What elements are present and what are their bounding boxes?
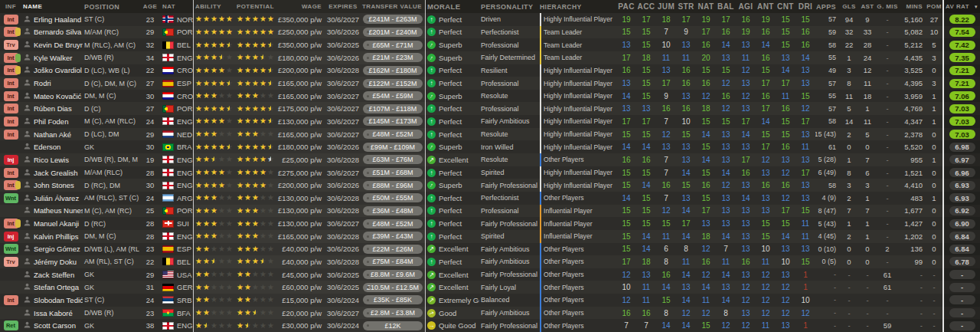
player-row[interactable]: IntBernardo SilvaM/AM (RC)29POR★★★★★★★★★… xyxy=(0,26,980,39)
transfer-value-pill[interactable]: £50M - £55M xyxy=(363,193,423,202)
player-name-cell[interactable]: Rico Lewis xyxy=(21,153,83,166)
transfer-value-pill[interactable]: £65M - £71M xyxy=(363,41,423,50)
column-header-mins[interactable]: MINS xyxy=(898,0,926,13)
transfer-value-pill[interactable]: £201M - £240M xyxy=(363,28,423,37)
column-header-name[interactable]: NAME xyxy=(21,0,83,13)
column-header-attr4[interactable]: NAT xyxy=(696,0,716,13)
column-header-gls[interactable]: GLS xyxy=(840,0,858,13)
player-row[interactable]: IntJohn StonesD (RC), DM30ENG★★★★★★★★★★★… xyxy=(0,179,980,192)
player-name-cell[interactable]: Kyle Walker xyxy=(21,51,83,64)
player-name-cell[interactable]: Stefan Ortega xyxy=(21,281,83,294)
transfer-value-pill[interactable]: £107M - £118M xyxy=(363,104,423,113)
column-header-attr8[interactable]: CNT xyxy=(776,0,795,13)
player-row[interactable]: IntErling HaalandST (C)23NOR★★★★★★★★★★★★… xyxy=(0,13,980,26)
player-row[interactable]: IntNathan AkéD (LC), DM29NED★★★★★★★★★★★★… xyxy=(0,128,980,141)
column-header-attr0[interactable]: PAC xyxy=(616,0,636,13)
column-header-exp[interactable]: EXPIRES xyxy=(325,0,361,13)
column-header-morale[interactable]: MORALE xyxy=(425,0,479,13)
sort-descending-icon[interactable]: ▼ xyxy=(974,5,978,9)
column-header-apps[interactable]: APPS xyxy=(815,0,840,13)
player-name-cell[interactable]: Rodri xyxy=(21,77,83,90)
column-header-attr6[interactable]: AGI xyxy=(736,0,756,13)
player-row[interactable]: WntJulián ÁlvarezAM (RLC), ST (C)24ARG★★… xyxy=(0,192,980,205)
player-row[interactable]: WntSergio GómezD/WB (L), AM (RL)23ESP★★★… xyxy=(0,243,980,256)
player-name-cell[interactable]: Rúben Dias xyxy=(21,102,83,115)
transfer-value-pill[interactable]: £8.8M - £9.6M xyxy=(363,270,423,279)
player-row[interactable]: IntKyle WalkerD/WB (R)34ENG★★★★★★★★★★★★★… xyxy=(0,51,980,64)
transfer-value-pill[interactable]: £145M - £173M xyxy=(363,117,423,126)
transfer-value-pill[interactable]: £21M - £23M xyxy=(363,53,423,62)
column-header-gmis[interactable]: G. MIS xyxy=(877,0,898,13)
player-row[interactable]: Issa KaboréD/WB (R)23BFA★★★★★★★★★★★★★★★£… xyxy=(0,307,980,320)
transfer-value-pill[interactable]: £63M - £76M xyxy=(363,155,423,164)
column-header-attr1[interactable]: ACC xyxy=(636,0,656,13)
transfer-value-pill[interactable]: £12K xyxy=(363,321,423,330)
player-row[interactable]: IntRúben DiasD (C)27POR★★★★★★★★★★★★★★★★★… xyxy=(0,102,980,115)
column-header-abil[interactable]: ABILITY xyxy=(193,0,235,13)
player-row[interactable]: Zack SteffenGK29USA★★★★★★★★★★★★★★£45,000… xyxy=(0,268,980,281)
column-header-hier[interactable]: HIERARCHY xyxy=(540,0,616,13)
transfer-value-pill[interactable]: £35K - £85K xyxy=(363,295,423,304)
transfer-value-pill[interactable]: £48M - £52M xyxy=(363,219,423,228)
column-header-attr9[interactable]: DRI xyxy=(795,0,815,13)
player-row[interactable]: Stefan OrtegaGK31GER★★★★★★★★★★★★★★£60,00… xyxy=(0,281,980,294)
column-header-pos[interactable]: POSITION xyxy=(83,0,139,13)
transfer-value-pill[interactable]: £39M - £43M xyxy=(363,232,423,241)
column-header-pot[interactable]: POTENTIAL xyxy=(235,0,277,13)
player-row[interactable]: IntRodriD (C), DM, M (C)27ESP★★★★★★★★★★★… xyxy=(0,77,980,90)
player-row[interactable]: IntJoško GvardiolD (LC), WB (L)22CRO★★★★… xyxy=(0,64,980,77)
player-name-cell[interactable]: Joško Gvardiol xyxy=(21,64,83,77)
player-name-cell[interactable]: Nathan Aké xyxy=(21,128,83,141)
transfer-value-pill[interactable]: £99M - £109M xyxy=(363,143,423,152)
player-row[interactable]: InjRico LewisD/WB (R), DM, M (C)19ENG★★★… xyxy=(0,153,980,166)
player-name-cell[interactable]: Slobodan Tedić xyxy=(21,294,83,307)
transfer-value-pill[interactable]: £122M - £152M xyxy=(363,79,423,88)
player-row[interactable]: IntPhil FodenM (C), AM (RLC)24ENG★★★★★★★… xyxy=(0,115,980,128)
column-header-avrat[interactable]: AV RAT▼ xyxy=(942,0,980,13)
player-row[interactable]: TrvKevin De BruyneM (RLC), AM (C)32BEL★★… xyxy=(0,38,980,51)
player-row[interactable]: IntSlobodan TedićST (C)24SRB★★★★★★★★★★★★… xyxy=(0,294,980,307)
column-header-attr7[interactable]: ANT xyxy=(756,0,776,13)
transfer-value-pill[interactable]: £36M - £48M xyxy=(363,206,423,215)
player-name-cell[interactable]: John Stones xyxy=(21,179,83,192)
transfer-value-pill[interactable]: £162M - £180M xyxy=(363,66,423,75)
column-header-wage[interactable]: WAGE xyxy=(277,0,325,13)
transfer-value-pill[interactable]: £88M - £96M xyxy=(363,181,423,190)
transfer-value-pill[interactable]: £48M - £52M xyxy=(363,130,423,139)
transfer-value-pill[interactable]: £54M - £59M xyxy=(363,91,423,100)
player-name-cell[interactable]: Mateo Kovačić xyxy=(21,90,83,103)
column-header-pom[interactable]: POM xyxy=(926,0,942,13)
transfer-value-pill[interactable]: £75M - £84M xyxy=(363,257,423,266)
player-row[interactable]: IntMateo KovačićDM, M (C)30CRO★★★★★★★★★★… xyxy=(0,90,980,103)
player-row[interactable]: InjKalvin PhillipsDM, M (C)28ENG★★★★★★★★… xyxy=(0,230,980,243)
transfer-value-pill[interactable]: £22M - £26M xyxy=(363,245,423,254)
player-name-cell[interactable]: Kevin De Bruyne xyxy=(21,38,83,51)
player-row[interactable]: Matheus NunesM (C), AM (RC)25POR★★★★★★★★… xyxy=(0,205,980,218)
player-name-cell[interactable]: Bernardo Silva xyxy=(21,26,83,39)
player-name-cell[interactable]: Issa Kaboré xyxy=(21,307,83,320)
column-header-age[interactable]: AGE xyxy=(139,0,161,13)
column-header-inf[interactable]: INF xyxy=(0,0,21,13)
player-name-cell[interactable]: Matheus Nunes xyxy=(21,205,83,218)
transfer-value-pill[interactable]: £241M - £263M xyxy=(363,15,423,24)
column-header-ast[interactable]: AST xyxy=(858,0,877,13)
player-name-cell[interactable]: Manuel Akanji xyxy=(21,217,83,230)
player-row[interactable]: IntJack GrealishM/AM (RLC)28ENG★★★★★★★★★… xyxy=(0,166,980,179)
player-row[interactable]: IntManuel AkanjiD (RC)28SUI★★★★★★★★★★★★★… xyxy=(0,217,980,230)
transfer-value-pill[interactable]: £10.5M - £12.5M xyxy=(363,283,423,292)
transfer-value-pill[interactable]: £2.8M - £3.8M xyxy=(363,308,423,317)
player-name-cell[interactable]: Scott Carson xyxy=(21,319,83,332)
player-name-cell[interactable]: Jérémy Doku xyxy=(21,255,83,268)
player-row[interactable]: RetScott CarsonGK38ENG★★★★★★★★★★★★★★£30,… xyxy=(0,319,980,332)
player-name-cell[interactable]: Kalvin Phillips xyxy=(21,230,83,243)
column-header-attr2[interactable]: JUM xyxy=(656,0,676,13)
player-name-cell[interactable]: Julián Álvarez xyxy=(21,192,83,205)
player-name-cell[interactable]: Erling Haaland xyxy=(21,13,83,26)
column-header-attr3[interactable]: STR xyxy=(676,0,696,13)
column-header-nat[interactable]: NAT xyxy=(161,0,193,13)
player-row[interactable]: TrvJérémy DokuAM (RL), ST (C)22BEL★★★★★★… xyxy=(0,255,980,268)
player-row[interactable]: EdersonGK30BRA★★★★★★★★★★★★★★★★★★★★£180,0… xyxy=(0,140,980,153)
player-name-cell[interactable]: Sergio Gómez xyxy=(21,243,83,256)
player-name-cell[interactable]: Ederson xyxy=(21,140,83,153)
column-header-pers[interactable]: PERSONALITY xyxy=(479,0,540,13)
